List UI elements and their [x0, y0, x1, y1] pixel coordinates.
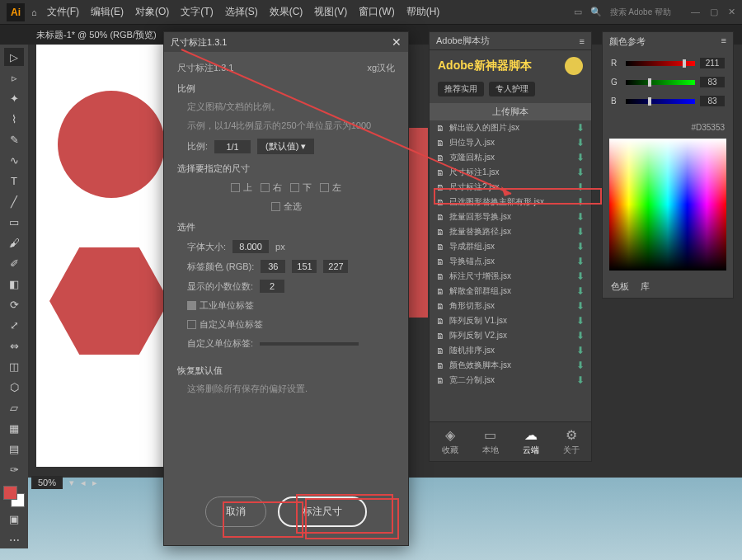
r-value[interactable]: 211 [700, 58, 725, 68]
color-g-input[interactable]: 151 [292, 260, 317, 273]
eyedropper-tool[interactable]: ✑ [4, 460, 24, 478]
free-transform-tool[interactable]: ◫ [4, 357, 24, 375]
script-item[interactable]: 🗎随机排序.jsx⬇ [430, 343, 591, 358]
tab-local[interactable]: ▭本地 [482, 427, 499, 456]
chk-custom[interactable]: 自定义单位标签 [187, 318, 263, 331]
download-icon[interactable]: ⬇ [576, 315, 585, 327]
hex-value[interactable]: #D35353 [603, 121, 733, 134]
shape-builder-tool[interactable]: ⬡ [4, 378, 24, 396]
download-icon[interactable]: ⬇ [576, 374, 585, 386]
minimize-icon[interactable]: — [691, 7, 700, 17]
download-icon[interactable]: ⬇ [576, 211, 585, 223]
b-slider[interactable] [626, 99, 695, 104]
color-r-input[interactable]: 36 [261, 260, 285, 273]
download-icon[interactable]: ⬇ [576, 181, 585, 193]
lasso-tool[interactable]: ⌇ [4, 110, 24, 128]
chk-top[interactable]: 上 [231, 181, 252, 194]
tab-about[interactable]: ⚙关于 [563, 427, 580, 456]
menu-effect[interactable]: 效果(C) [270, 5, 303, 19]
eraser-tool[interactable]: ◧ [4, 275, 24, 293]
download-icon[interactable]: ⬇ [576, 241, 585, 252]
color-b-input[interactable]: 227 [323, 260, 348, 273]
dialog-titlebar[interactable]: 尺寸标注1.3.1 ✕ [164, 32, 408, 52]
decimals-input[interactable]: 2 [260, 280, 284, 293]
line-tool[interactable]: ╱ [4, 192, 24, 210]
color-swatches[interactable] [3, 486, 25, 507]
chk-left[interactable]: 左 [320, 181, 341, 194]
color-panel-menu-icon[interactable]: ≡ [721, 35, 726, 48]
script-item[interactable]: 🗎归位导入.jsx⬇ [430, 135, 591, 150]
tag-recommended[interactable]: 推荐实用 [438, 82, 484, 96]
magic-wand-tool[interactable]: ✦ [4, 89, 24, 107]
g-value[interactable]: 83 [700, 77, 725, 87]
download-icon[interactable]: ⬇ [576, 167, 585, 178]
screen-mode-tool[interactable]: ▣ [4, 510, 24, 528]
download-icon[interactable]: ⬇ [576, 345, 585, 356]
menu-object[interactable]: 对象(O) [135, 5, 169, 19]
zoom-select[interactable]: 50% [31, 476, 63, 489]
home-icon[interactable]: ⌂ [31, 7, 37, 17]
scripts-panel-title[interactable]: Adobe脚本坊 ≡ [430, 32, 591, 50]
menu-help[interactable]: 帮助(H) [406, 5, 440, 19]
document-tab[interactable]: 未标题-1* @ 50% (RGB/预览) [36, 29, 157, 41]
zoom-dropdown-icon[interactable]: ▾ [69, 478, 74, 488]
menu-file[interactable]: 文件(F) [47, 5, 79, 19]
script-item[interactable]: 🗎尺寸标注2.jsx⬇ [430, 180, 591, 195]
swatch-tab[interactable]: 色板 [611, 280, 629, 293]
selection-tool[interactable]: ▷ [4, 48, 24, 66]
custom-input[interactable] [260, 342, 359, 346]
script-item[interactable]: 🗎颜色效换脚本.jsx⬇ [430, 358, 591, 373]
download-icon[interactable]: ⬇ [576, 360, 585, 371]
download-icon[interactable]: ⬇ [576, 196, 585, 208]
dialog-close-icon[interactable]: ✕ [392, 35, 402, 49]
chk-industrial[interactable]: 工业单位标签 [187, 299, 254, 312]
script-item[interactable]: 🗎导成群组.jsx⬇ [430, 239, 591, 254]
script-item[interactable]: 🗎克隆回粘.jsx⬇ [430, 150, 591, 165]
script-item[interactable]: 🗎阵列反制 V1.jsx⬇ [430, 313, 591, 328]
mesh-tool[interactable]: ▦ [4, 419, 24, 437]
nav-next-icon[interactable]: ▸ [92, 478, 97, 488]
foreground-swatch[interactable] [3, 486, 17, 500]
menu-view[interactable]: 视图(V) [314, 5, 347, 19]
nav-prev-icon[interactable]: ◂ [81, 478, 86, 488]
script-item[interactable]: 🗎尺寸标注1.jsx⬇ [430, 165, 591, 180]
rotate-tool[interactable]: ⟳ [4, 295, 24, 313]
scale-input[interactable]: 1/1 [214, 140, 251, 153]
color-spectrum[interactable] [609, 139, 726, 271]
download-icon[interactable]: ⬇ [576, 285, 585, 297]
menu-select[interactable]: 选择(S) [225, 5, 258, 19]
shaper-tool[interactable]: ✐ [4, 254, 24, 272]
script-item[interactable]: 🗎标注尺寸增强.jsx⬇ [430, 269, 591, 284]
curvature-tool[interactable]: ∿ [4, 151, 24, 169]
direct-select-tool[interactable]: ▹ [4, 68, 24, 87]
script-item[interactable]: 🗎已选图形替换主部有形.jsx⬇ [430, 195, 591, 209]
chk-all[interactable]: 全选 [271, 200, 302, 213]
rectangle-tool[interactable]: ▭ [4, 213, 24, 231]
search-icon[interactable]: 🔍 [590, 7, 602, 17]
download-icon[interactable]: ⬇ [576, 330, 585, 341]
chk-right[interactable]: 右 [261, 181, 282, 194]
r-slider[interactable] [626, 61, 695, 66]
fontsize-input[interactable]: 8.000 [232, 240, 269, 253]
script-item[interactable]: 🗎导换锚点.jsx⬇ [430, 254, 591, 269]
maximize-icon[interactable]: ▢ [710, 7, 718, 17]
tab-cloud[interactable]: ☁云端 [523, 427, 539, 456]
g-slider[interactable] [626, 80, 695, 85]
scale-default-select[interactable]: (默认值) ▾ [257, 139, 314, 154]
menu-edit[interactable]: 编辑(E) [91, 5, 124, 19]
perspective-tool[interactable]: ▱ [4, 398, 24, 416]
b-value[interactable]: 83 [700, 96, 725, 106]
width-tool[interactable]: ⇔ [4, 336, 24, 355]
download-icon[interactable]: ⬇ [576, 152, 585, 163]
script-item[interactable]: 🗎批量替换路径.jsx⬇ [430, 224, 591, 239]
download-icon[interactable]: ⬇ [576, 271, 585, 282]
panel-menu-icon[interactable]: ≡ [580, 36, 585, 46]
menu-window[interactable]: 窗口(W) [359, 5, 394, 19]
library-tab[interactable]: 库 [641, 280, 650, 293]
pen-tool[interactable]: ✎ [4, 130, 24, 148]
brush-tool[interactable]: 🖌 [4, 233, 24, 252]
script-item[interactable]: 🗎阵列反制 V2.jsx⬇ [430, 328, 591, 343]
download-icon[interactable]: ⬇ [576, 137, 585, 148]
tag-care[interactable]: 专人护理 [489, 82, 535, 96]
script-item[interactable]: 🗎角形切形.jsx⬇ [430, 299, 591, 313]
